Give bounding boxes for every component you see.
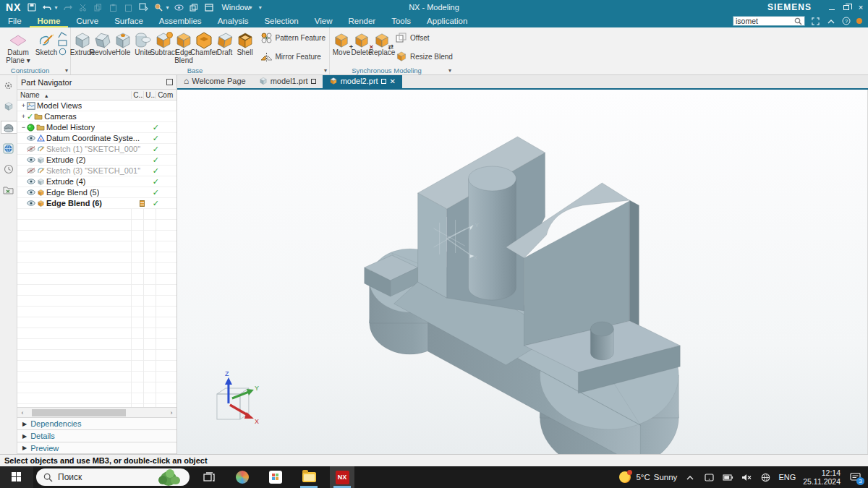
- window-menu[interactable]: Window ▾ ▾: [221, 3, 261, 12]
- tree-row-extrude-2[interactable]: Extrude (2) ✓: [17, 155, 176, 166]
- tab-pin-icon[interactable]: [381, 79, 386, 84]
- visibility-eye-icon[interactable]: [27, 135, 35, 141]
- clock[interactable]: 12:14 25.11.2024: [803, 468, 841, 486]
- paste-icon[interactable]: [108, 3, 118, 12]
- network-globe-icon[interactable]: [760, 472, 771, 482]
- show-hide-icon[interactable]: [174, 3, 184, 12]
- web-browser-icon[interactable]: [2, 142, 15, 155]
- copy-icon[interactable]: [93, 3, 103, 12]
- sketch-button[interactable]: Sketch: [35, 30, 58, 59]
- column-c[interactable]: C...: [132, 91, 144, 99]
- cut-icon[interactable]: [77, 3, 88, 12]
- tree-row-edge-blend-6[interactable]: Edge Blend (6) ✓: [17, 198, 176, 209]
- collapse-ribbon-icon[interactable]: [826, 17, 835, 25]
- save-icon[interactable]: [27, 3, 37, 12]
- tab-model2[interactable]: model2.prt ✕: [323, 74, 402, 88]
- tree-row-sketch-1[interactable]: Sketch (1) "SKETCH_000" ✓: [17, 144, 176, 155]
- datum-plane-button[interactable]: Datum Plane ▾: [1, 30, 35, 66]
- undock-icon[interactable]: [166, 79, 173, 85]
- switch-window-icon[interactable]: [138, 3, 148, 12]
- tree-row-model-history[interactable]: − Model History ✓: [17, 122, 176, 133]
- tab-welcome-page[interactable]: ⌂ Welcome Page: [177, 74, 252, 88]
- fullscreen-icon[interactable]: [811, 17, 820, 25]
- rectangle-tool-icon[interactable]: [58, 40, 67, 46]
- visibility-eye-icon[interactable]: [27, 179, 35, 184]
- close-button[interactable]: ×: [854, 1, 868, 14]
- language-indicator[interactable]: ENG: [778, 473, 796, 481]
- tree-row-cameras[interactable]: + ✓ Cameras: [17, 111, 176, 122]
- scroll-left-icon[interactable]: ‹: [19, 409, 26, 416]
- undo-icon[interactable]: [42, 3, 52, 12]
- nx-taskbar-icon[interactable]: NX: [330, 466, 354, 488]
- mirror-feature-button[interactable]: Mirror Feature: [258, 48, 328, 64]
- minimize-button[interactable]: [825, 1, 839, 14]
- taskbar-search[interactable]: Поиск: [36, 468, 190, 486]
- cascade-window-icon[interactable]: [189, 3, 199, 12]
- visibility-eye-off-icon[interactable]: [27, 146, 35, 152]
- tab-close-icon[interactable]: ✕: [390, 77, 396, 85]
- subtract-button[interactable]: Subtract: [153, 30, 174, 59]
- tree-row-datum-csys[interactable]: Datum Coordinate Syste... ✓: [17, 133, 176, 144]
- chamfer-button[interactable]: Chamfer: [194, 30, 215, 59]
- explorer-icon[interactable]: [297, 466, 321, 488]
- assembly-navigator-icon[interactable]: [2, 100, 15, 113]
- volume-muted-icon[interactable]: [741, 472, 752, 482]
- move-button[interactable]: + Move: [331, 30, 352, 59]
- tab-model1[interactable]: model1.prt: [252, 74, 323, 88]
- battery-icon[interactable]: [722, 472, 733, 482]
- section-preview[interactable]: ▶ Preview: [17, 442, 176, 454]
- menu-selection[interactable]: Selection: [256, 15, 306, 27]
- template-folder-icon[interactable]: [2, 184, 15, 197]
- construction-group-dropdown-icon[interactable]: ▾: [65, 67, 68, 74]
- search-highlight-image[interactable]: [156, 468, 185, 486]
- visibility-eye-icon[interactable]: [27, 189, 35, 195]
- menu-surface[interactable]: Surface: [106, 15, 151, 27]
- profile-tool-icon[interactable]: [58, 31, 67, 38]
- command-search-input[interactable]: [733, 17, 794, 25]
- offset-button[interactable]: Offset: [393, 30, 455, 46]
- part-navigator-icon[interactable]: [1, 121, 17, 134]
- base-group-dropdown-icon[interactable]: ▾: [324, 67, 327, 74]
- help-icon[interactable]: ?: [841, 17, 851, 25]
- expand-icon[interactable]: +: [20, 102, 27, 109]
- window-icon[interactable]: [204, 3, 214, 12]
- tree-row-sketch-3[interactable]: Sketch (3) "SKETCH_001" ✓: [17, 166, 176, 176]
- menu-view[interactable]: View: [307, 15, 341, 27]
- section-dependencies[interactable]: ▶ Dependencies: [17, 417, 176, 429]
- graphics-viewport[interactable]: Y X: [177, 90, 868, 454]
- customize-qat-icon[interactable]: ▾: [259, 4, 262, 11]
- circle-tool-icon[interactable]: [59, 48, 67, 56]
- notification-center-icon[interactable]: 3: [848, 471, 862, 484]
- scroll-right-icon[interactable]: ›: [168, 409, 175, 416]
- touch-mode-icon[interactable]: [153, 3, 163, 12]
- menu-file[interactable]: File: [0, 15, 30, 27]
- replace-button[interactable]: ⇄ Replace: [372, 30, 392, 59]
- start-button[interactable]: [0, 466, 33, 488]
- resize-blend-button[interactable]: Resize Blend: [393, 48, 455, 64]
- gear-icon[interactable]: [2, 79, 15, 92]
- tab-pin-icon[interactable]: [311, 79, 316, 84]
- pattern-feature-button[interactable]: Pattern Feature: [258, 30, 328, 46]
- menu-home[interactable]: Home: [30, 15, 69, 27]
- shell-button[interactable]: Shell: [235, 30, 255, 59]
- restore-button[interactable]: [839, 1, 854, 14]
- visibility-eye-icon[interactable]: [27, 200, 35, 206]
- task-view-icon[interactable]: [197, 466, 221, 488]
- paste-special-icon[interactable]: [123, 3, 133, 12]
- tree-horizontal-scrollbar[interactable]: ‹ ›: [17, 407, 176, 417]
- edge-blend-button[interactable]: Edge Blend: [174, 30, 194, 66]
- menu-tools[interactable]: Tools: [383, 15, 419, 27]
- menu-render[interactable]: Render: [340, 15, 383, 27]
- command-search[interactable]: [733, 16, 805, 26]
- menu-application[interactable]: Application: [419, 15, 475, 27]
- synchronous-group-dropdown-icon[interactable]: ▾: [448, 67, 451, 74]
- store-icon[interactable]: [263, 466, 288, 488]
- section-details[interactable]: ▶ Details: [17, 429, 176, 442]
- history-icon[interactable]: [2, 163, 15, 176]
- tree-row-model-views[interactable]: + Model Views: [17, 100, 176, 111]
- visibility-eye-icon[interactable]: [27, 157, 35, 163]
- weather-widget[interactable]: 5°CSunny: [619, 471, 677, 483]
- device-icon[interactable]: [703, 472, 715, 482]
- redo-icon[interactable]: [62, 3, 72, 12]
- chevron-up-icon[interactable]: [684, 472, 696, 482]
